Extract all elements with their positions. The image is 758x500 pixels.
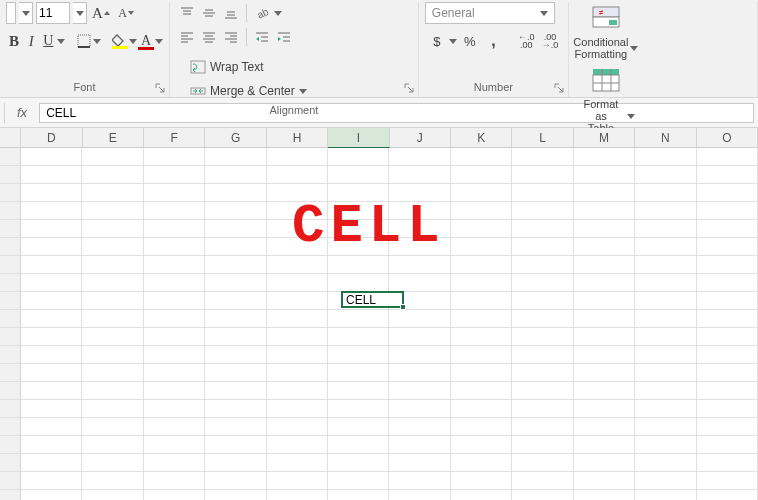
cell[interactable] [328, 310, 389, 328]
cell[interactable] [389, 436, 450, 454]
cell[interactable] [21, 328, 82, 346]
cell[interactable] [697, 328, 758, 346]
cell[interactable] [328, 436, 389, 454]
column-header-H[interactable]: H [267, 128, 328, 148]
cell[interactable] [635, 220, 696, 238]
cell[interactable] [82, 148, 143, 166]
cell[interactable] [697, 418, 758, 436]
cell[interactable] [697, 220, 758, 238]
cell[interactable] [205, 472, 266, 490]
cell[interactable] [82, 400, 143, 418]
align-middle-button[interactable] [198, 2, 220, 24]
cell[interactable] [574, 166, 635, 184]
cell[interactable] [82, 238, 143, 256]
cell[interactable] [267, 328, 328, 346]
cell[interactable] [574, 346, 635, 364]
cell[interactable] [267, 292, 328, 310]
cell[interactable] [82, 490, 143, 500]
cell[interactable] [635, 292, 696, 310]
cell[interactable] [635, 202, 696, 220]
cell[interactable] [328, 220, 389, 238]
cell[interactable] [697, 166, 758, 184]
cell[interactable] [144, 436, 205, 454]
align-center-button[interactable] [198, 26, 220, 48]
cell[interactable] [635, 472, 696, 490]
cell[interactable] [697, 148, 758, 166]
cell[interactable] [451, 490, 512, 500]
column-header-L[interactable]: L [512, 128, 573, 148]
cell[interactable] [574, 238, 635, 256]
cell[interactable] [512, 148, 573, 166]
cell[interactable] [21, 274, 82, 292]
cell[interactable] [21, 382, 82, 400]
cell[interactable] [574, 382, 635, 400]
column-header-G[interactable]: G [205, 128, 266, 148]
cell[interactable] [205, 364, 266, 382]
comma-button[interactable]: , [482, 30, 506, 52]
cell[interactable] [82, 382, 143, 400]
decrease-indent-button[interactable] [251, 26, 273, 48]
cell[interactable] [21, 292, 82, 310]
cell[interactable] [389, 256, 450, 274]
cell[interactable] [21, 184, 82, 202]
cell[interactable] [512, 346, 573, 364]
decrease-decimal-button[interactable]: .00→.0 [538, 30, 562, 52]
conditional-formatting-button[interactable]: ≠ Conditional Formatting [575, 2, 637, 62]
merge-center-button[interactable]: Merge & Center [184, 80, 412, 102]
cell[interactable] [144, 166, 205, 184]
fx-icon[interactable]: fx [11, 105, 33, 120]
cell[interactable] [82, 292, 143, 310]
column-header-O[interactable]: O [697, 128, 758, 148]
cell[interactable] [389, 328, 450, 346]
align-left-button[interactable] [176, 26, 198, 48]
cell[interactable] [144, 256, 205, 274]
cell[interactable] [205, 454, 266, 472]
cell[interactable] [635, 148, 696, 166]
cell[interactable] [144, 346, 205, 364]
cell[interactable] [267, 148, 328, 166]
cell[interactable] [205, 490, 266, 500]
cell[interactable] [205, 274, 266, 292]
cell[interactable] [389, 238, 450, 256]
cell[interactable] [451, 364, 512, 382]
cell[interactable] [205, 328, 266, 346]
cell[interactable] [512, 202, 573, 220]
cell[interactable] [328, 184, 389, 202]
cell[interactable] [21, 256, 82, 274]
underline-button[interactable]: U [40, 30, 56, 52]
cell[interactable] [205, 382, 266, 400]
cell[interactable] [267, 472, 328, 490]
borders-button[interactable] [76, 30, 92, 52]
cell[interactable] [697, 490, 758, 500]
cell[interactable] [205, 220, 266, 238]
cell[interactable] [635, 238, 696, 256]
cell[interactable] [205, 238, 266, 256]
font-family-select[interactable] [6, 2, 16, 24]
cell[interactable] [328, 418, 389, 436]
cell[interactable] [451, 382, 512, 400]
cell[interactable] [512, 328, 573, 346]
cell[interactable] [512, 382, 573, 400]
cell[interactable] [635, 274, 696, 292]
cell[interactable] [389, 346, 450, 364]
cell[interactable] [144, 184, 205, 202]
cell[interactable] [512, 256, 573, 274]
cell[interactable] [21, 148, 82, 166]
number-format-select[interactable]: General [425, 2, 555, 24]
orientation-button[interactable]: ab [251, 2, 273, 24]
cell[interactable] [574, 220, 635, 238]
cell[interactable] [328, 238, 389, 256]
cell[interactable] [635, 166, 696, 184]
cell[interactable] [82, 418, 143, 436]
cell[interactable] [635, 256, 696, 274]
cell[interactable] [451, 292, 512, 310]
cell[interactable] [451, 166, 512, 184]
cell[interactable] [697, 202, 758, 220]
cell[interactable] [697, 274, 758, 292]
number-dialog-launcher[interactable] [552, 81, 566, 95]
cell[interactable] [267, 202, 328, 220]
cell[interactable] [512, 490, 573, 500]
cell[interactable] [451, 238, 512, 256]
active-cell[interactable]: CELL [341, 291, 404, 308]
cell[interactable] [328, 490, 389, 500]
